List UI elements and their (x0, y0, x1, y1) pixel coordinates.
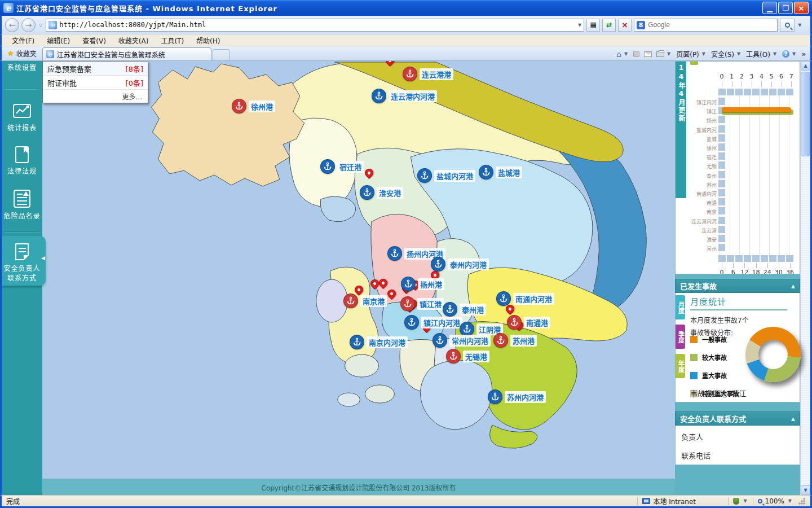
port-marker[interactable]: 无锡港 (453, 356, 489, 364)
accidents-panel-header[interactable]: 已发生事故 ▲ (675, 279, 800, 293)
search-button[interactable] (780, 19, 795, 32)
quick-link-row[interactable]: 附证审批 [0条] (43, 76, 148, 90)
port-marker[interactable]: 南京港 (351, 301, 387, 308)
collapse-icon[interactable]: ▲ (791, 416, 795, 422)
bar-row-label: 连云港内河 (686, 218, 717, 225)
port-marker[interactable]: 扬州港 (408, 284, 444, 291)
axis-tick (722, 82, 722, 87)
port-marker[interactable]: 南通内河港 (504, 299, 554, 306)
contact-panel-header[interactable]: 安全负责人联系方式 ▲ (675, 411, 800, 426)
period-tab[interactable]: 季度 (676, 325, 685, 349)
axis-tick (744, 263, 745, 268)
port-marker[interactable]: 南通港 (514, 322, 550, 330)
address-dropdown-button[interactable]: ▼ (577, 23, 582, 28)
minimize-button[interactable]: ▁ (762, 2, 777, 14)
port-marker[interactable]: 盐城港 (486, 172, 522, 179)
port-label: 连云港内河港 (389, 90, 437, 102)
help-icon: ? (782, 50, 789, 58)
period-tab[interactable]: 年度 (676, 354, 685, 378)
zoom-button[interactable]: 100% ▼ (753, 496, 810, 506)
page-menu-button[interactable]: 页面(P)▼ (676, 49, 707, 59)
search-options-dropdown[interactable]: ▼ (797, 23, 802, 28)
quick-link-badge: [8条] (126, 63, 143, 74)
menu-item[interactable]: 工具(T) (155, 34, 189, 46)
restore-button[interactable]: ❐ (778, 2, 793, 14)
compatibility-view-button[interactable]: ▦ (586, 19, 600, 32)
tab-active[interactable]: e 江苏省港口安全监管与应急管理系统 (42, 47, 211, 60)
port-marker[interactable]: 盐城内河港 (425, 176, 475, 183)
port-marker[interactable]: 苏州港 (501, 340, 537, 348)
port-marker[interactable]: 镇江内河港 (412, 322, 462, 330)
close-button[interactable]: × (794, 2, 809, 14)
vertical-scrollbar[interactable]: ▲ ▼ (800, 61, 810, 495)
security-menu-button[interactable]: 安全(S)▼ (711, 49, 742, 59)
port-marker[interactable]: 南京内河港 (357, 342, 408, 349)
menu-item[interactable]: 查看(V) (77, 34, 112, 46)
port-marker[interactable]: 常州内河港 (440, 340, 491, 348)
resize-grip[interactable] (798, 497, 806, 505)
address-bar[interactable]: e ▼ (46, 19, 584, 32)
port-marker[interactable]: 徐州港 (239, 106, 275, 113)
menu-item[interactable]: 文件(F) (6, 34, 40, 46)
menu-item[interactable]: 帮助(H) (191, 34, 226, 46)
protected-mode-button[interactable]: ▼ (729, 496, 752, 506)
security-zone-label: 本地 Intranet (653, 496, 696, 506)
menu-item[interactable]: 编辑(E) (41, 34, 76, 46)
collapse-arrow-icon[interactable]: ◀ (41, 255, 45, 261)
chart-icon (12, 102, 32, 120)
rss-button[interactable] (633, 51, 639, 57)
scroll-up-button[interactable]: ▲ (801, 61, 810, 71)
bar-row-label: 南通内河 (686, 190, 717, 198)
sidebar-item-safety-contacts[interactable]: 安全负责人 联系方式 ◀ (2, 236, 46, 286)
port-marker[interactable]: 连云港港 (410, 74, 453, 81)
print-button[interactable]: ▼ (656, 51, 672, 57)
port-label: 盐城港 (496, 167, 522, 178)
port-label: 无锡港 (463, 351, 489, 362)
monthly-stats-title: 月度统计 (690, 295, 798, 307)
scroll-down-button[interactable]: ▼ (801, 485, 810, 495)
refresh-button[interactable]: ⇄ (602, 19, 616, 32)
search-input[interactable] (648, 21, 775, 29)
search-box[interactable]: 8 (634, 19, 778, 32)
url-input[interactable] (59, 21, 577, 29)
port-marker[interactable]: 连云港内河港 (379, 96, 437, 103)
anchor-icon (431, 257, 445, 271)
anchor-icon (360, 185, 374, 200)
mail-button[interactable] (644, 51, 652, 57)
port-marker[interactable]: 泰州内河港 (438, 264, 489, 271)
port-marker[interactable]: 苏州内河港 (495, 397, 546, 404)
port-marker[interactable]: 淮安港 (367, 192, 403, 200)
home-button[interactable]: ⌂▼ (616, 50, 629, 59)
anchor-icon (372, 89, 386, 103)
new-tab-stub[interactable] (213, 49, 230, 60)
quick-link-row[interactable]: 应急预案备案 [8条] (43, 62, 148, 76)
more-link[interactable]: 更多... (43, 90, 148, 103)
map-area: 应急预案备案 [8条] 附证审批 [0条] 更多... (42, 61, 675, 479)
period-tab[interactable]: 月度 (676, 295, 685, 319)
scrollbar-thumb[interactable] (801, 72, 810, 156)
port-marker[interactable]: 宿迁港 (328, 167, 364, 174)
overflow-chevron[interactable]: » (801, 50, 806, 58)
port-label: 淮安港 (377, 187, 403, 199)
sidebar-item-laws[interactable]: 法律法规 (2, 139, 42, 179)
collapse-icon[interactable]: ▲ (791, 283, 795, 289)
list-icon (12, 189, 32, 208)
help-button[interactable]: ?▼ (782, 50, 797, 58)
bar-row-label: 镇江 (686, 108, 717, 115)
sidebar-item-statistics[interactable]: 统计报表 (2, 95, 42, 135)
port-marker[interactable]: 镇江港 (408, 304, 444, 311)
favorites-button[interactable]: ★ 收藏夹 (4, 47, 42, 60)
quick-links-panel: 应急预案备案 [8条] 附证审批 [0条] 更多... (42, 61, 148, 103)
sidebar-item-hazmat-list[interactable]: 危险品名录 (2, 182, 42, 224)
back-button[interactable]: ← (5, 18, 19, 32)
anchor-icon (488, 389, 502, 404)
forward-button[interactable]: → (21, 18, 36, 32)
tools-menu-button[interactable]: 工具(O)▼ (746, 49, 778, 59)
menu-item[interactable]: 收藏夹(A) (113, 34, 155, 46)
stop-button[interactable]: × (618, 19, 632, 32)
accidents-header-label: 已发生事故 (680, 281, 717, 291)
bar-row-label: 淮安 (686, 236, 717, 243)
recent-pages-dropdown[interactable]: ▽ (38, 23, 43, 28)
sidebar-item-system-settings[interactable]: 系统设置 (2, 61, 42, 75)
scrollbar-track[interactable] (801, 71, 810, 485)
